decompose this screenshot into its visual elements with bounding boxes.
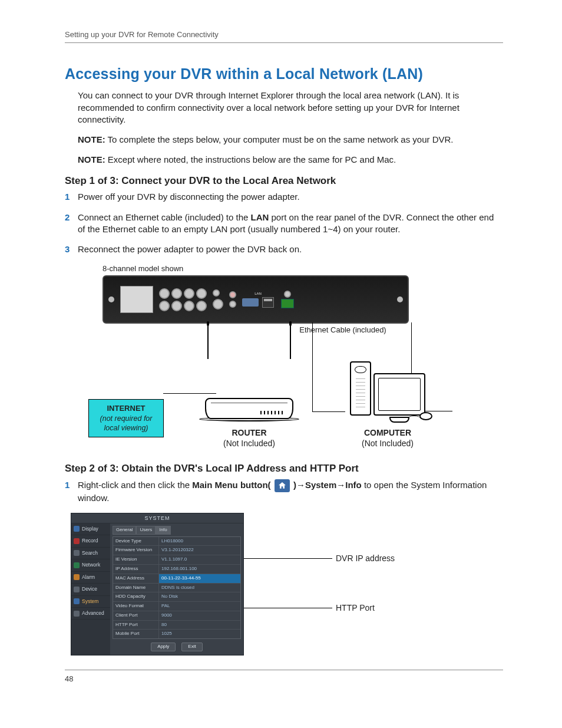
label-sub: (Not Included)	[362, 438, 414, 449]
step1-item-1: 1 Power off your DVR by disconnecting th…	[65, 191, 503, 203]
info-key: Video Format	[113, 602, 159, 611]
info-value: V1.1.1097.0	[159, 555, 240, 564]
sidebar-item-system: System	[71, 596, 110, 608]
home-icon	[275, 479, 290, 492]
sidebar-item-advanced: Advanced	[71, 608, 110, 620]
callout-ip: DVR IP address	[244, 553, 395, 564]
network-icon	[74, 562, 80, 568]
screw-icon	[108, 297, 114, 302]
info-value: No Disk	[159, 592, 240, 601]
info-key: Firmware Version	[113, 546, 159, 555]
router-icon	[193, 357, 305, 421]
info-key: Client Port	[113, 611, 159, 620]
tab-general: General	[113, 526, 136, 535]
terminal-block-icon	[281, 299, 294, 308]
tab-users: Users	[136, 526, 156, 535]
info-value: PAL	[159, 602, 240, 611]
monitor-icon	[373, 373, 425, 416]
dvr-caption: 8-channel model shown	[103, 263, 503, 274]
display-icon	[74, 526, 80, 532]
cable-line	[411, 322, 412, 346]
info-key: MAC Address	[113, 574, 159, 583]
system-sidebar: Display Record Search Network Alarm Devi…	[71, 523, 110, 655]
callout-text: HTTP Port	[336, 602, 375, 614]
info-row: IE VersionV1.1.1097.0	[113, 555, 240, 565]
info-value: 00-11-22-33-44-55	[159, 574, 240, 583]
info-key: IP Address	[113, 565, 159, 574]
tabs: General Users Info	[113, 526, 241, 535]
step-number: 1	[65, 479, 78, 504]
lan-vga-block: LAN	[242, 291, 274, 308]
label-sub: (Not Included)	[223, 438, 275, 449]
note-label: NOTE:	[78, 134, 105, 144]
advanced-icon	[74, 611, 80, 617]
system-icon	[74, 598, 80, 604]
step2-heading: Step 2 of 3: Obtain the DVR's Local IP A…	[65, 462, 503, 476]
info-key: HTTP Port	[113, 621, 159, 630]
info-row: Domain NameDDNS is closed	[113, 584, 240, 593]
intro-paragraph: You can connect to your DVR through Inte…	[78, 90, 503, 126]
spec-plate	[120, 286, 153, 313]
antenna-icon	[290, 324, 291, 359]
internet-subtitle: (not required for local viewing)	[96, 414, 156, 434]
internet-box: INTERNET (not required for local viewing…	[88, 399, 164, 437]
computer-label: COMPUTER (Not Included)	[362, 427, 414, 450]
system-info-screenshot: SYSTEM Display Record Search Network Ala…	[71, 513, 503, 656]
info-value: 192.168.001.100	[159, 565, 240, 574]
search-icon	[74, 550, 80, 556]
note-2: NOTE: Except where noted, the instructio…	[78, 154, 503, 166]
info-row: Client Port9000	[113, 611, 240, 621]
info-row: Firmware VersionV3.1-20120322	[113, 546, 240, 555]
step2-item-1: 1 Right-click and then click the Main Me…	[65, 479, 503, 504]
sidebar-item-device: Device	[71, 584, 110, 595]
audio-ports	[213, 289, 223, 309]
exit-button: Exit	[181, 643, 202, 651]
info-key: Domain Name	[113, 584, 159, 592]
apply-button: Apply	[151, 643, 176, 651]
note-1: NOTE: To complete the steps below, your …	[78, 134, 503, 146]
lan-port-icon	[262, 297, 274, 308]
vga-port-icon	[242, 298, 259, 307]
info-pane: General Users Info Device TypeLH018000Fi…	[110, 523, 243, 655]
info-row: HTTP Port80	[113, 621, 240, 630]
step-body: Reconnect the power adapter to power the…	[78, 243, 503, 255]
info-row: HDD CapacityNo Disk	[113, 592, 240, 602]
network-diagram: 8-channel model shown LAN E	[88, 263, 503, 449]
step1-heading: Step 1 of 3: Connect your DVR to the Loc…	[65, 174, 503, 188]
step-number: 3	[65, 243, 78, 255]
tab-info: Info	[156, 526, 170, 535]
step1-item-3: 3 Reconnect the power adapter to power t…	[65, 243, 503, 255]
info-value: V3.1-20120322	[159, 546, 240, 555]
sidebar-item-alarm: Alarm	[71, 572, 110, 584]
text-bold: LAN	[251, 212, 269, 222]
callout-text: DVR IP address	[336, 553, 395, 564]
footer-rule	[65, 670, 503, 670]
label-title: COMPUTER	[362, 427, 414, 439]
note-2-text: Except where noted, the instructions bel…	[105, 154, 396, 164]
info-key: IE Version	[113, 555, 159, 564]
step-number: 1	[65, 191, 78, 203]
sidebar-item-network: Network	[71, 559, 110, 571]
screw-icon	[397, 297, 403, 302]
note-label: NOTE:	[78, 154, 105, 164]
system-window: SYSTEM Display Record Search Network Ala…	[71, 513, 244, 656]
page-number: 48	[65, 674, 503, 684]
sidebar-item-search: Search	[71, 548, 110, 559]
alarm-icon	[74, 574, 80, 580]
info-row: Video FormatPAL	[113, 602, 240, 611]
callout-http: HTTP Port	[244, 602, 375, 614]
info-key: Device Type	[113, 537, 159, 546]
info-row: MAC Address00-11-22-33-44-55	[113, 574, 240, 584]
bnc-ports	[159, 288, 207, 311]
text: Right-click and then click the	[78, 480, 192, 490]
text-bold: Main Menu button( )→System→Info	[192, 480, 361, 490]
power-block	[281, 291, 294, 308]
ethernet-cable-label: Ethernet Cable (included)	[183, 325, 503, 335]
step-number: 2	[65, 212, 78, 236]
dvr-rear-panel-image: LAN	[103, 275, 409, 324]
text: Connect an Ethernet cable (included) to …	[78, 212, 251, 222]
header-rule	[65, 42, 503, 43]
info-value: 1025	[159, 630, 240, 638]
info-table: Device TypeLH018000Firmware VersionV3.1-…	[113, 536, 241, 640]
sidebar-item-record: Record	[71, 535, 110, 547]
